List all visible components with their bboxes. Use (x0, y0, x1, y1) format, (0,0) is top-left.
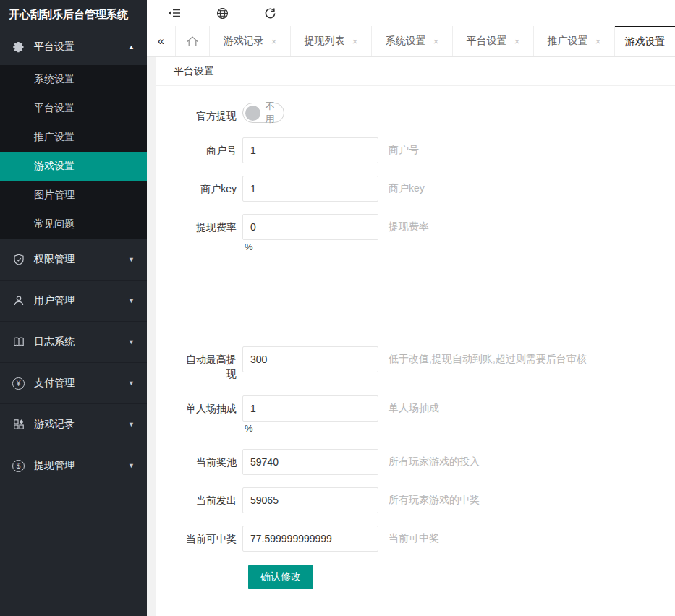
single-room-cut-input[interactable] (242, 395, 378, 422)
submenu-label: 系统设置 (34, 73, 75, 86)
page-title: 平台设置 (156, 57, 675, 86)
close-icon[interactable]: × (352, 37, 358, 46)
form-row-single-room-cut: 单人场抽成 % 单人场抽成 (180, 395, 675, 435)
globe-icon[interactable] (215, 6, 229, 20)
sidebar-item-faq[interactable]: 常见问题 (0, 210, 147, 239)
withdraw-fee-rate-input[interactable] (242, 214, 378, 240)
tab-game-records[interactable]: 游戏记录 × (210, 26, 291, 56)
chevron-down-icon: ▼ (128, 421, 135, 428)
current-payout-input[interactable] (242, 487, 378, 513)
sidebar-item-permission-management[interactable]: 权限管理 ▼ (0, 239, 147, 280)
sidebar-item-label: 用户管理 (34, 294, 128, 307)
field-label: 当前可中奖 (180, 526, 242, 546)
sidebar-item-promotion-settings[interactable]: 推广设置 (0, 123, 147, 152)
tab-withdraw-list[interactable]: 提现列表 × (291, 26, 372, 56)
chevron-down-icon: ▼ (128, 462, 135, 469)
sidebar-item-image-management[interactable]: 图片管理 (0, 181, 147, 210)
home-icon (186, 35, 199, 48)
sidebar-item-platform-settings-parent[interactable]: 平台设置 ▲ (0, 29, 147, 65)
chevron-down-icon: ▼ (128, 256, 135, 263)
percent-suffix: % (242, 422, 378, 435)
field-label: 当前奖池 (180, 449, 242, 469)
chevron-down-icon: ▼ (128, 297, 135, 304)
toggle-knob (245, 106, 260, 121)
top-toolbar (147, 0, 675, 26)
toggle-state-label: 不用 (260, 100, 278, 126)
close-icon[interactable]: × (433, 37, 439, 46)
auto-max-withdraw-input[interactable] (242, 346, 378, 372)
tab-game-settings[interactable]: 游戏设置 (615, 26, 675, 56)
app-title: 开心刮刮乐后台管理系统 (0, 0, 147, 29)
form-spacer (180, 253, 675, 346)
yen-circle-icon: ¥ (12, 377, 25, 390)
form-row-current-jackpot: 当前奖池 所有玩家游戏的投入 (180, 449, 675, 475)
tab-system-settings[interactable]: 系统设置 × (372, 26, 453, 56)
tab-promotion-settings[interactable]: 推广设置 × (534, 26, 615, 56)
tab-label: 平台设置 (467, 35, 507, 48)
tab-label: 游戏记录 (224, 35, 264, 48)
current-winnable-input[interactable] (242, 526, 378, 552)
tab-label: 系统设置 (386, 35, 426, 48)
field-hint: 所有玩家游戏的中奖 (389, 487, 480, 507)
form-row-auto-max-withdraw: 自动最高提现 低于改值,提现自动到账,超过则需要后台审核 (180, 346, 675, 381)
form-row-official-withdraw: 官方提现 不用 (180, 103, 675, 123)
sidebar-item-label: 日志系统 (34, 335, 128, 348)
content-card: 平台设置 官方提现 不用 商户号 商户号 (156, 57, 675, 616)
sidebar-item-game-records[interactable]: 游戏记录 ▼ (0, 403, 147, 445)
refresh-icon[interactable] (263, 6, 277, 20)
close-icon[interactable]: × (514, 37, 520, 46)
form-row-merchant-key: 商户key 商户key (180, 176, 675, 202)
tabs-scroll-left-button[interactable]: « (147, 26, 176, 56)
platform-settings-form: 官方提现 不用 商户号 商户号 商户key (156, 86, 675, 589)
sidebar-item-label: 平台设置 (34, 40, 128, 54)
sidebar-item-label: 权限管理 (34, 253, 128, 266)
tab-label: 提现列表 (305, 35, 345, 48)
sidebar-item-game-settings[interactable]: 游戏设置 (0, 152, 147, 181)
merchant-key-input[interactable] (242, 176, 378, 202)
field-hint: 商户号 (389, 137, 419, 157)
submenu-label: 常见问题 (34, 218, 75, 231)
tab-bar: « 游戏记录 × 提现列表 × 系统设置 × 平台设置 × 推广设置 × 游戏设… (147, 26, 675, 57)
submenu-label: 推广设置 (34, 131, 75, 144)
sidebar-item-log-system[interactable]: 日志系统 ▼ (0, 321, 147, 362)
field-label: 商户key (180, 176, 242, 196)
field-label: 当前发出 (180, 487, 242, 508)
submenu-label: 图片管理 (34, 189, 75, 202)
close-icon[interactable]: × (271, 37, 277, 46)
official-withdraw-toggle[interactable]: 不用 (242, 103, 284, 123)
form-row-merchant-id: 商户号 商户号 (180, 137, 675, 163)
shield-check-icon (12, 254, 25, 266)
gear-icon (12, 41, 25, 54)
sidebar-item-label: 游戏记录 (34, 418, 128, 431)
tab-label: 推广设置 (548, 35, 588, 48)
sidebar-item-platform-settings[interactable]: 平台设置 (0, 94, 147, 123)
tab-home[interactable] (176, 26, 210, 56)
sidebar-item-user-management[interactable]: 用户管理 ▼ (0, 280, 147, 321)
merchant-id-input[interactable] (242, 137, 378, 163)
admin-app: 开心刮刮乐后台管理系统 平台设置 ▲ 系统设置 平台设置 推广设置 游戏设置 图… (0, 0, 675, 616)
form-row-current-payout: 当前发出 所有玩家游戏的中奖 (180, 487, 675, 513)
tab-label: 游戏设置 (625, 35, 666, 48)
field-hint: 低于改值,提现自动到账,超过则需要后台审核 (389, 346, 587, 366)
chevron-down-icon: ▼ (128, 338, 135, 346)
book-icon (12, 336, 25, 348)
field-label: 提现费率 (180, 214, 242, 234)
sidebar: 开心刮刮乐后台管理系统 平台设置 ▲ 系统设置 平台设置 推广设置 游戏设置 图… (0, 0, 147, 616)
chevron-up-icon: ▲ (128, 43, 135, 51)
confirm-modify-button[interactable]: 确认修改 (248, 565, 313, 589)
close-icon[interactable]: × (595, 37, 601, 46)
field-hint: 单人场抽成 (389, 395, 439, 415)
blocks-icon (12, 419, 25, 431)
user-icon (12, 295, 25, 307)
current-jackpot-input[interactable] (242, 449, 378, 475)
collapse-menu-icon[interactable] (167, 6, 182, 20)
field-hint: 当前可中奖 (389, 526, 439, 545)
field-label: 商户号 (180, 137, 242, 158)
tab-platform-settings[interactable]: 平台设置 × (453, 26, 534, 56)
sidebar-item-payment-management[interactable]: ¥ 支付管理 ▼ (0, 362, 147, 403)
submenu-label: 游戏设置 (34, 160, 75, 173)
form-row-current-winnable: 当前可中奖 当前可中奖 (180, 526, 675, 552)
percent-suffix: % (242, 240, 378, 253)
sidebar-item-system-settings[interactable]: 系统设置 (0, 65, 147, 94)
sidebar-item-withdraw-management[interactable]: $ 提现管理 ▼ (0, 445, 147, 486)
